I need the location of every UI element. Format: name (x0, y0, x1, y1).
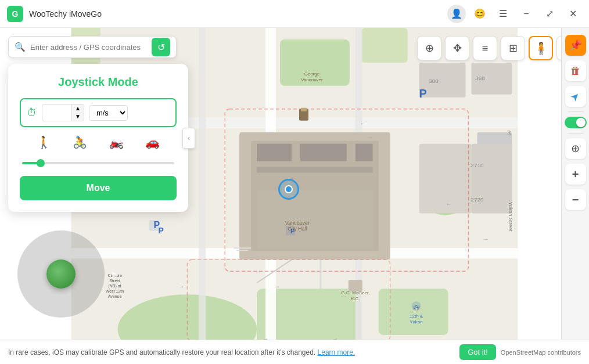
svg-text:→: → (483, 236, 489, 242)
svg-text:West 12th: West 12th (106, 289, 124, 293)
zoom-out-button[interactable]: − (565, 189, 586, 210)
refresh-location-button[interactable]: ↺ (152, 38, 170, 56)
joystick-panel-title: Joystick Mode (20, 75, 177, 89)
pin-button[interactable]: 📌 (565, 35, 586, 56)
compass-button[interactable]: ⊕ (565, 138, 586, 159)
svg-text:Vancouver: Vancouver (285, 220, 310, 226)
speed-down-button[interactable]: ▼ (72, 113, 84, 121)
trash-icon: 🗑 (570, 65, 581, 77)
pin-inner-dot (285, 185, 293, 193)
svg-text:→: → (274, 283, 280, 290)
move-mode-button[interactable]: ✥ (445, 36, 469, 60)
joystick-left-arrow[interactable]: ◀ (3, 269, 10, 279)
got-it-button[interactable]: Got it! (459, 344, 496, 360)
location-pin (278, 179, 299, 200)
svg-rect-34 (149, 220, 159, 230)
svg-rect-3 (379, 289, 448, 335)
zoom-in-button[interactable]: + (565, 164, 586, 185)
pin-icon: 📌 (569, 39, 582, 52)
search-bar: 🔍 ↺ (8, 36, 177, 58)
right-toolbar: 📌 🗑 ➤ ⊕ + − (561, 28, 589, 364)
plus-icon: + (572, 168, 579, 181)
svg-rect-20 (257, 167, 373, 173)
svg-rect-39 (349, 280, 362, 291)
joystick-right-arrow[interactable]: ▶ (112, 269, 118, 279)
bottom-info-bar: In rare cases, iOS may calibrate GPS and… (0, 340, 589, 364)
svg-rect-18 (300, 144, 347, 161)
joystick-mode-button[interactable]: 🧍 (529, 36, 553, 60)
svg-text:368: 368 (475, 75, 485, 81)
app-logo: G (7, 6, 23, 22)
speed-up-button[interactable]: ▲ (72, 104, 84, 113)
speed-slider-wrap (20, 156, 177, 167)
minimize-button[interactable]: − (517, 5, 536, 23)
svg-text:Yukon: Yukon (410, 319, 423, 325)
osm-text: OpenStreetMap contributors (501, 349, 581, 356)
trash-button[interactable]: 🗑 (565, 60, 586, 81)
svg-text:←: ← (446, 201, 452, 207)
svg-text:2720: 2720 (471, 196, 484, 203)
svg-text:K.C.: K.C. (351, 296, 360, 301)
svg-text:→: → (178, 283, 184, 290)
info-message: In rare cases, iOS may calibrate GPS and… (8, 348, 455, 356)
toolbar-divider-2 (568, 133, 584, 134)
top-toolbar: ⊕ ✥ ≡ ⊞ 🧍 🗂️ (417, 36, 581, 60)
pin-outer-ring (278, 179, 299, 200)
gps-button[interactable]: ⊕ (417, 36, 441, 60)
logo-letter: G (12, 9, 19, 19)
panel-collapse-button[interactable]: ‹ (182, 128, 195, 149)
menu-button[interactable]: ☰ (494, 5, 512, 23)
search-icon: 🔍 (15, 42, 26, 52)
svg-rect-25 (419, 144, 472, 214)
speed-slider[interactable] (22, 162, 174, 164)
app-title: WooTechy iMoveGo (29, 9, 447, 19)
joystick-down-arrow[interactable]: ▼ (57, 322, 65, 331)
send-icon: ➤ (568, 89, 583, 104)
close-button[interactable]: ✕ (563, 5, 582, 23)
toggle-switch-wrap (565, 117, 587, 128)
car-mode-button[interactable]: 🚗 (145, 135, 160, 149)
joystick-up-arrow[interactable]: ▲ (57, 217, 65, 226)
motorbike-mode-button[interactable]: 🏍️ (109, 135, 124, 149)
emoji-button[interactable]: 😊 (471, 5, 489, 23)
joystick-control[interactable]: ▲ ▼ ◀ ▶ (17, 230, 105, 318)
walk-mode-button[interactable]: 🚶 (37, 135, 51, 149)
learn-more-link[interactable]: Learn more. (318, 348, 355, 356)
svg-text:→: → (367, 134, 373, 140)
svg-rect-62 (301, 108, 307, 111)
search-input[interactable] (30, 43, 147, 52)
joystick-thumb[interactable] (46, 260, 76, 289)
user-avatar-button[interactable]: 👤 (447, 5, 466, 23)
titlebar: G WooTechy iMoveGo 👤 😊 ☰ − ⤢ ✕ (0, 0, 589, 28)
maximize-button[interactable]: ⤢ (540, 5, 559, 23)
svg-text:Avenue: Avenue (108, 294, 122, 298)
gps-icon: ⊕ (425, 42, 434, 55)
move-button[interactable]: Move (20, 176, 177, 200)
svg-rect-19 (355, 144, 373, 161)
svg-text:Street: Street (109, 279, 120, 283)
osm-attribution: OpenStreetMap contributors (501, 349, 581, 356)
speed-unit-select[interactable]: m/s km/h mph (89, 105, 128, 121)
main-content: P P P P Vancouver City Hall G.G. McGeer,… (0, 28, 589, 364)
bike-mode-button[interactable]: 🚴 (73, 135, 87, 149)
svg-text:City Hall: City Hall (288, 226, 307, 232)
person-icon: 🧍 (534, 41, 548, 55)
route-icon: ≡ (482, 42, 489, 55)
svg-rect-13 (199, 28, 206, 364)
send-button[interactable]: ➤ (565, 86, 586, 107)
speed-input-wrap: 1.00 ▲ ▼ (42, 104, 84, 121)
route-mode-button[interactable]: ≡ (473, 36, 497, 60)
svg-text:12th &: 12th & (410, 313, 423, 319)
svg-text:2710: 2710 (471, 162, 484, 168)
toggle-switch[interactable] (565, 117, 587, 128)
compass-icon: ⊕ (571, 142, 580, 155)
joystick-panel: ‹ Joystick Mode ⏱ 1.00 ▲ ▼ m/s km/h mph (8, 64, 188, 212)
svg-rect-21 (257, 190, 373, 248)
info-text-content: In rare cases, iOS may calibrate GPS and… (8, 348, 315, 356)
export-mode-button[interactable]: ⊞ (501, 36, 525, 60)
svg-text:(NB) at: (NB) at (108, 284, 121, 289)
transport-mode-selector: 🚶 🚴 🏍️ 🚗 (20, 135, 177, 149)
svg-text:←: ← (360, 120, 366, 127)
speed-value-input[interactable]: 1.00 (42, 106, 71, 120)
map-container[interactable]: P P P P Vancouver City Hall G.G. McGeer,… (0, 28, 589, 364)
